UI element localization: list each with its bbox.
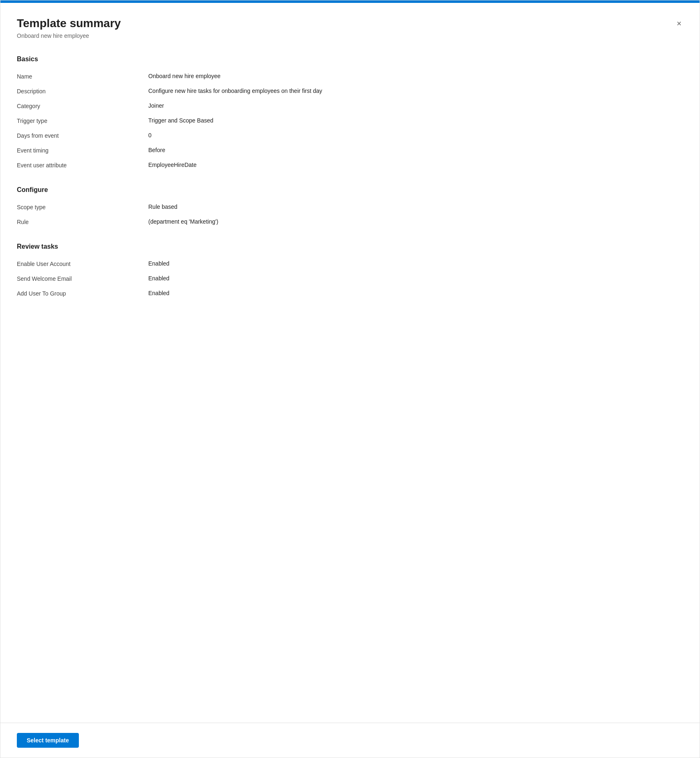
review-tasks-section-title: Review tasks (17, 243, 683, 250)
basics-section: Basics Name Onboard new hire employee De… (17, 55, 683, 173)
configure-section: Configure Scope type Rule based Rule (de… (17, 186, 683, 230)
field-row-name: Name Onboard new hire employee (17, 69, 683, 84)
field-row-category: Category Joiner (17, 99, 683, 114)
field-value-event-timing: Before (148, 147, 683, 153)
field-row-trigger-type: Trigger type Trigger and Scope Based (17, 114, 683, 129)
field-value-enable-user-account: Enabled (148, 260, 683, 267)
field-row-enable-user-account: Enable User Account Enabled (17, 257, 683, 272)
header: Template summary Onboard new hire employ… (0, 3, 700, 47)
field-value-category: Joiner (148, 102, 683, 109)
field-label-description: Description (17, 88, 148, 95)
field-row-event-timing: Event timing Before (17, 143, 683, 158)
panel-title: Template summary (17, 16, 683, 31)
field-value-send-welcome-email: Enabled (148, 275, 683, 282)
panel-subtitle: Onboard new hire employee (17, 32, 683, 39)
field-label-category: Category (17, 102, 148, 109)
field-row-send-welcome-email: Send Welcome Email Enabled (17, 272, 683, 287)
close-button[interactable]: × (672, 16, 686, 31)
panel: Template summary Onboard new hire employ… (0, 3, 700, 758)
field-value-days-from-event: 0 (148, 132, 683, 139)
field-row-description: Description Configure new hire tasks for… (17, 84, 683, 99)
field-row-scope-type: Scope type Rule based (17, 200, 683, 215)
field-label-event-timing: Event timing (17, 147, 148, 154)
field-row-rule: Rule (department eq 'Marketing') (17, 215, 683, 230)
content-area: Basics Name Onboard new hire employee De… (0, 47, 700, 723)
field-label-rule: Rule (17, 218, 148, 225)
select-template-button[interactable]: Select template (17, 733, 79, 748)
field-label-event-user-attribute: Event user attribute (17, 162, 148, 169)
field-value-event-user-attribute: EmployeeHireDate (148, 162, 683, 168)
field-row-days-from-event: Days from event 0 (17, 129, 683, 143)
field-label-send-welcome-email: Send Welcome Email (17, 275, 148, 282)
basics-section-title: Basics (17, 55, 683, 63)
field-row-event-user-attribute: Event user attribute EmployeeHireDate (17, 158, 683, 173)
field-label-trigger-type: Trigger type (17, 117, 148, 124)
field-value-rule: (department eq 'Marketing') (148, 218, 683, 225)
field-value-trigger-type: Trigger and Scope Based (148, 117, 683, 124)
footer: Select template (0, 723, 700, 758)
field-label-enable-user-account: Enable User Account (17, 260, 148, 267)
field-label-name: Name (17, 73, 148, 80)
configure-section-title: Configure (17, 186, 683, 194)
field-value-name: Onboard new hire employee (148, 73, 683, 79)
field-label-days-from-event: Days from event (17, 132, 148, 139)
close-icon: × (677, 19, 682, 28)
field-value-add-user-to-group: Enabled (148, 290, 683, 296)
review-tasks-section: Review tasks Enable User Account Enabled… (17, 243, 683, 301)
field-row-add-user-to-group: Add User To Group Enabled (17, 287, 683, 301)
field-label-add-user-to-group: Add User To Group (17, 290, 148, 297)
field-value-description: Configure new hire tasks for onboarding … (148, 88, 683, 94)
field-label-scope-type: Scope type (17, 203, 148, 210)
field-value-scope-type: Rule based (148, 203, 683, 210)
